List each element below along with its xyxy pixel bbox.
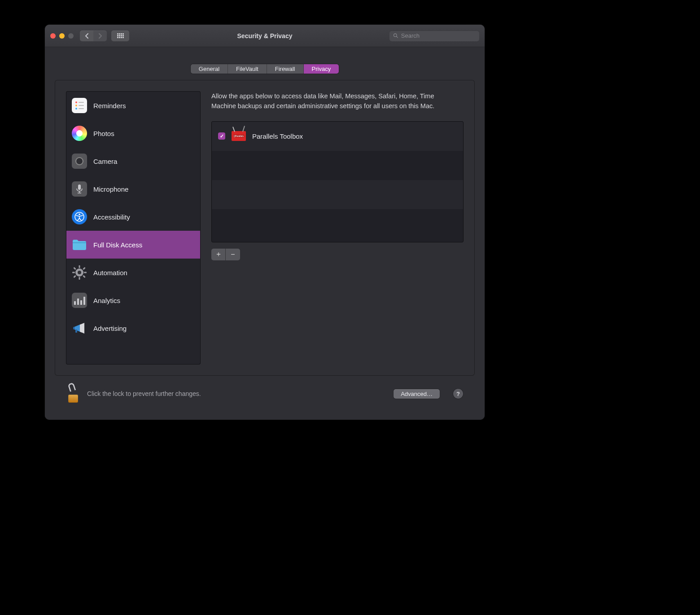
sidebar-item-label: Full Disk Access [93, 241, 142, 249]
show-all-button[interactable] [111, 31, 129, 41]
svg-rect-13 [73, 267, 76, 270]
folder-icon [72, 237, 87, 252]
parallels-toolbox-icon: ||Parallels [231, 128, 247, 144]
privacy-panel: Reminders Photos Camera Microphone [55, 80, 475, 376]
camera-icon [72, 154, 87, 169]
sidebar-item-label: Microphone [93, 185, 128, 193]
svg-rect-15 [73, 275, 76, 278]
lock-icon[interactable] [66, 385, 80, 403]
back-button[interactable] [80, 31, 93, 41]
sidebar-item-photos[interactable]: Photos [66, 119, 200, 147]
close-window-button[interactable] [50, 33, 56, 39]
detail-pane: Allow the apps below to access data like… [211, 91, 464, 365]
sidebar-item-reminders[interactable]: Reminders [66, 92, 200, 119]
svg-rect-10 [79, 277, 80, 280]
sidebar-item-full-disk-access[interactable]: Full Disk Access [66, 231, 200, 259]
tab-bar: General FileVault Firewall Privacy [191, 64, 339, 74]
reminders-icon [72, 98, 87, 113]
tab-privacy[interactable]: Privacy [304, 64, 339, 74]
svg-rect-16 [83, 275, 85, 278]
svg-rect-11 [72, 272, 75, 273]
description-text: Allow the apps below to access data like… [211, 91, 436, 111]
privacy-sidebar[interactable]: Reminders Photos Camera Microphone [66, 91, 201, 365]
svg-line-1 [396, 36, 398, 38]
search-field-wrap[interactable] [389, 31, 479, 41]
tab-general[interactable]: General [191, 64, 228, 74]
svg-rect-2 [78, 184, 81, 190]
sidebar-item-label: Advertising [93, 325, 127, 332]
traffic-lights [50, 33, 74, 39]
photos-icon [72, 126, 87, 141]
svg-rect-14 [83, 267, 85, 270]
app-name-label: Parallels Toolbox [252, 132, 303, 140]
sidebar-item-advertising[interactable]: Advertising [66, 314, 200, 342]
sidebar-item-accessibility[interactable]: Accessibility [66, 203, 200, 231]
app-list[interactable]: ✓ ||Parallels Parallels Toolbox [211, 121, 464, 242]
nav-back-forward [80, 31, 107, 41]
search-icon [393, 33, 398, 39]
svg-rect-19 [75, 329, 77, 333]
advanced-button[interactable]: Advanced… [394, 389, 440, 399]
gear-icon [72, 265, 87, 280]
svg-rect-7 [73, 242, 86, 243]
tab-filevault[interactable]: FileVault [228, 64, 267, 74]
sidebar-item-label: Analytics [93, 297, 120, 304]
app-row-empty [212, 151, 463, 180]
accessibility-icon [72, 209, 87, 224]
remove-button[interactable]: − [226, 249, 240, 260]
microphone-icon [72, 181, 87, 197]
app-row-empty [212, 209, 463, 242]
svg-point-17 [78, 271, 81, 274]
titlebar: Security & Privacy [45, 25, 485, 47]
help-button[interactable]: ? [453, 389, 463, 399]
add-button[interactable]: ＋ [211, 249, 226, 260]
svg-rect-9 [79, 265, 80, 268]
svg-rect-12 [84, 272, 87, 273]
sidebar-item-label: Accessibility [93, 213, 130, 221]
window-body: General FileVault Firewall Privacy Remin… [45, 47, 485, 420]
sidebar-item-automation[interactable]: Automation [66, 259, 200, 286]
preferences-window: Security & Privacy General FileVault Fir… [45, 25, 485, 420]
sidebar-item-microphone[interactable]: Microphone [66, 175, 200, 203]
sidebar-item-label: Camera [93, 158, 117, 165]
megaphone-icon [72, 321, 87, 336]
footer: Click the lock to prevent further change… [55, 376, 475, 412]
sidebar-item-label: Automation [93, 269, 127, 277]
zoom-window-button[interactable] [68, 33, 74, 39]
search-input[interactable] [401, 32, 476, 39]
app-row-empty [212, 180, 463, 209]
lock-text: Click the lock to prevent further change… [87, 390, 201, 397]
minimize-window-button[interactable] [59, 33, 65, 39]
add-remove-buttons: ＋ − [211, 249, 464, 260]
forward-button[interactable] [93, 31, 107, 41]
app-checkbox[interactable]: ✓ [218, 132, 225, 140]
grid-icon [117, 33, 124, 38]
svg-point-6 [79, 214, 80, 215]
sidebar-item-camera[interactable]: Camera [66, 147, 200, 175]
sidebar-item-analytics[interactable]: Analytics [66, 286, 200, 314]
tab-firewall[interactable]: Firewall [267, 64, 304, 74]
svg-rect-18 [73, 327, 75, 329]
sidebar-item-label: Photos [93, 130, 114, 137]
app-row-parallels-toolbox[interactable]: ✓ ||Parallels Parallels Toolbox [212, 122, 463, 151]
sidebar-item-label: Reminders [93, 102, 126, 110]
analytics-icon [72, 293, 87, 308]
